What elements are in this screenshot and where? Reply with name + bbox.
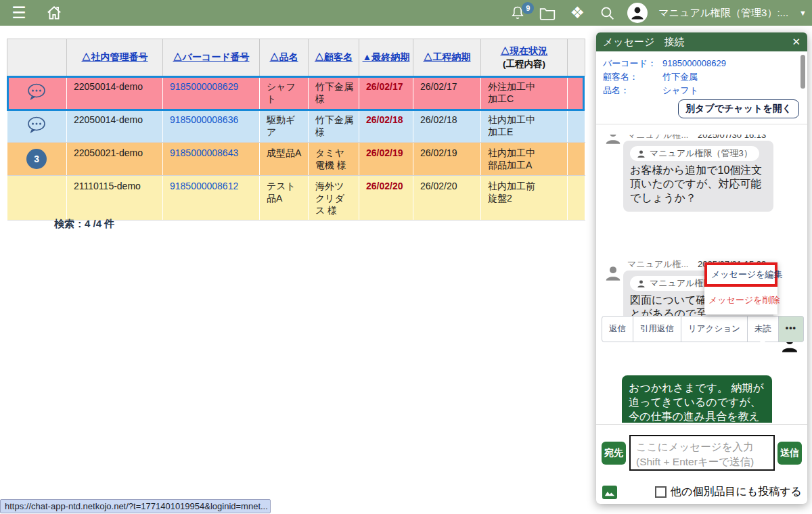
cell-barcode-link[interactable]: 9185000008629 — [163, 76, 260, 110]
info-row-product: 品名：シャフト — [603, 84, 726, 97]
link-preview-statusbar: https://chat-app-ntd.netkojo.net/?t=1771… — [0, 499, 271, 513]
cell-extra — [568, 143, 585, 176]
header-customer: △顧客名 — [309, 39, 359, 76]
edit-message-menu-item[interactable]: メッセージを編集 — [704, 262, 777, 287]
folder-icon[interactable] — [538, 3, 557, 22]
app-window: ☰ 9 ❖ — [0, 0, 812, 514]
table-row[interactable]: 21110115-demo 9185000008612 テスト品A 海外ツクリダ… — [7, 176, 585, 220]
header-control-no: △社内管理番号 — [67, 39, 163, 76]
delete-message-menu-item[interactable]: メッセージを削除 — [704, 287, 777, 314]
close-icon[interactable]: ✕ — [792, 36, 800, 48]
sort-control-no[interactable]: △社内管理番号 — [82, 51, 148, 62]
top-bar: ☰ 9 ❖ — [0, 0, 812, 26]
user-menu-label[interactable]: マニュアル権限（管理3）:... — [658, 7, 788, 20]
header-extra-col — [568, 39, 585, 76]
table-row[interactable]: 22050014-demo 9185000008636 駆動ギア 竹下金属 様 … — [7, 110, 585, 143]
sender-avatar — [604, 135, 622, 145]
info-row-barcode: バーコード：9185000008629 — [603, 57, 726, 70]
context-menu-tail — [757, 338, 768, 345]
cell-control-no: 21110115-demo — [67, 176, 163, 220]
chevron-down-icon[interactable]: ▼ — [799, 9, 807, 17]
open-chat-new-tab-button[interactable]: 別タブでチャットを開く — [678, 99, 799, 118]
person-icon — [637, 279, 646, 288]
attach-image-icon[interactable] — [602, 486, 617, 499]
divider — [596, 124, 807, 124]
cell-product: シャフト — [260, 76, 309, 110]
notifications-bell-icon[interactable]: 9 — [508, 3, 527, 22]
cell-customer: 海外ツクリダス 様 — [309, 176, 359, 220]
message-text: おつかれさまです。 納期が迫ってきているのですが、今の仕事の進み具合を教えてくだ… — [629, 381, 765, 423]
sent-message-bubble[interactable]: おつかれさまです。 納期が迫ってきているのですが、今の仕事の進み具合を教えてくだ… — [622, 375, 772, 423]
search-result-count: 検索：4 /4 件 — [54, 218, 114, 231]
header-status: △現在状況(工程内容) — [481, 39, 568, 76]
reply-button[interactable]: 返信 — [602, 316, 633, 342]
sort-barcode[interactable]: △バーコード番号 — [173, 51, 250, 62]
quote-reply-button[interactable]: 引用返信 — [633, 316, 681, 342]
connection-status: 接続 — [664, 36, 684, 49]
header-status-sub: (工程内容) — [482, 58, 566, 70]
message-text: お客様から追加で10個注文頂いたのですが、対応可能でしょうか？ — [630, 164, 767, 205]
panel-scrollbar[interactable] — [800, 55, 805, 89]
post-to-other-items-label: 他の個別品目にも投稿する — [671, 485, 802, 499]
cell-process-due: 26/02/17 — [413, 76, 481, 110]
header-barcode: △バーコード番号 — [163, 39, 260, 76]
header-product: △品名 — [260, 39, 309, 76]
cell-final-due: 26/02/17 — [359, 76, 413, 110]
sender-avatar — [604, 264, 622, 282]
send-button[interactable]: 送信 — [777, 442, 802, 465]
header-process-due: △工程納期 — [413, 39, 481, 76]
message-panel: メッセージ 接続 ✕ バーコード：9185000008629 顧客名：竹下金属 … — [596, 32, 807, 504]
panel-title: メッセージ — [603, 36, 654, 49]
unread-count-badge[interactable]: 3 — [7, 143, 67, 176]
sort-product[interactable]: △品名 — [270, 51, 298, 62]
cell-barcode-link[interactable]: 9185000008612 — [163, 176, 260, 220]
cell-product: テスト品A — [260, 176, 309, 220]
sort-customer[interactable]: △顧客名 — [315, 51, 353, 62]
info-customer-value: 竹下金属 — [662, 72, 698, 82]
header-icon-col — [7, 39, 67, 76]
cell-status: 外注加工中 加工C — [481, 76, 568, 110]
search-icon[interactable] — [597, 3, 616, 22]
cell-customer: タミヤ電機 様 — [309, 143, 359, 176]
divider — [596, 424, 807, 425]
cell-product: 成型品A — [260, 143, 309, 176]
dropbox-icon[interactable]: ❖ — [568, 3, 587, 22]
cell-barcode-link[interactable]: 9185000008643 — [163, 143, 260, 176]
author-pill: マニュアル権限（管理3） — [630, 146, 759, 161]
home-icon[interactable] — [45, 3, 64, 22]
chat-bubble-icon[interactable] — [7, 110, 67, 143]
info-barcode-value: 9185000008629 — [662, 58, 726, 68]
recipient-button[interactable]: 宛先 — [602, 442, 626, 465]
user-avatar[interactable] — [627, 3, 648, 23]
hamburger-menu-icon[interactable]: ☰ — [9, 3, 28, 22]
table-header-row: △社内管理番号 △バーコード番号 △品名 △顧客名 ▲最終納期 △工程納期 △現… — [7, 39, 585, 76]
info-row-customer: 顧客名：竹下金属 — [603, 70, 726, 84]
sort-status[interactable]: △現在状況 — [501, 45, 548, 56]
chat-bubble-icon[interactable] — [7, 76, 67, 110]
cell-process-due: 26/02/19 — [413, 143, 481, 176]
cell-control-no: 22050014-demo — [67, 110, 163, 143]
cell-status: 社内加工前 旋盤2 — [481, 176, 568, 220]
cell-extra — [568, 76, 585, 110]
table-row[interactable]: 3 22050021-demo 9185000008643 成型品A タミヤ電機… — [7, 143, 585, 176]
cell-final-due: 26/02/20 — [359, 176, 413, 220]
table-row-selected[interactable]: 22050014-demo 9185000008629 シャフト 竹下金属 様 … — [7, 76, 585, 110]
sort-process-due[interactable]: △工程納期 — [424, 51, 471, 62]
cell-product: 駆動ギア — [260, 110, 309, 143]
cell-customer: 竹下金属 様 — [309, 76, 359, 110]
info-product-value: シャフト — [662, 85, 698, 95]
notification-count-badge: 9 — [522, 2, 534, 14]
cell-control-no: 22050014-demo — [67, 76, 163, 110]
cell-control-no: 22050021-demo — [67, 143, 163, 176]
message-input[interactable]: ここにメッセージを入力 (Shift + Enterキーで送信) — [629, 435, 775, 471]
cell-final-due: 26/02/19 — [359, 143, 413, 176]
received-message-bubble[interactable]: マニュアル権限（管理3） お客様から追加で10個注文頂いたのですが、対応可能でし… — [623, 141, 773, 212]
reaction-button[interactable]: リアクション — [681, 316, 748, 342]
header-final-due: ▲最終納期 — [359, 39, 413, 76]
cell-customer: 竹下金属 様 — [309, 110, 359, 143]
post-to-other-items-checkbox[interactable] — [655, 486, 667, 498]
cell-barcode-link[interactable]: 9185000008636 — [163, 110, 260, 143]
more-actions-button[interactable]: ••• — [779, 316, 804, 342]
sort-final-due[interactable]: ▲最終納期 — [363, 51, 410, 62]
cell-process-due: 26/02/20 — [413, 176, 481, 220]
